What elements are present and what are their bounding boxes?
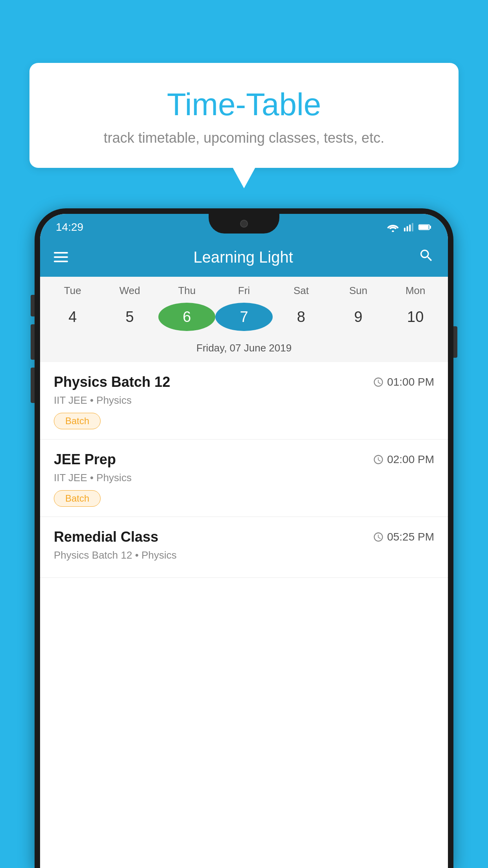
status-icons — [387, 223, 432, 232]
day-label-sat[interactable]: Sat — [273, 285, 330, 297]
calendar-date-6-today[interactable]: 6 — [158, 303, 215, 331]
day-numbers-row: 4 5 6 7 8 9 10 — [40, 301, 448, 339]
schedule-item-3-time: 05:25 PM — [373, 531, 434, 543]
status-time: 14:29 — [56, 221, 83, 234]
signal-icon — [403, 223, 414, 232]
wifi-icon — [387, 223, 399, 232]
svg-rect-4 — [412, 223, 413, 231]
schedule-item-2-time: 02:00 PM — [373, 453, 434, 466]
schedule-item-3-subtitle: Physics Batch 12 • Physics — [54, 549, 434, 561]
clock-icon-3 — [373, 531, 384, 542]
day-label-wed[interactable]: Wed — [101, 285, 158, 297]
calendar-date-8[interactable]: 8 — [273, 303, 330, 331]
hamburger-line-1 — [54, 252, 68, 254]
calendar-date-7-selected[interactable]: 7 — [215, 303, 272, 331]
volume-up-button — [31, 295, 35, 316]
schedule-item-1-header: Physics Batch 12 01:00 PM — [54, 374, 434, 390]
svg-rect-1 — [404, 228, 405, 231]
schedule-list: Physics Batch 12 01:00 PM IIT JEE • Phys… — [40, 362, 448, 578]
clock-icon-1 — [373, 377, 384, 388]
phone-frame: 14:29 — [35, 208, 453, 868]
phone-notch — [209, 214, 279, 234]
time-value-2: 02:00 PM — [387, 453, 434, 466]
batch-tag-1: Batch — [54, 413, 101, 429]
app-bar: Learning Light — [40, 237, 448, 277]
schedule-item-1-time: 01:00 PM — [373, 376, 434, 388]
batch-tag-2: Batch — [54, 490, 101, 507]
speech-bubble: Time-Table track timetable, upcoming cla… — [29, 63, 459, 168]
silent-button — [31, 368, 35, 403]
schedule-item-2[interactable]: JEE Prep 02:00 PM IIT JEE • Physics Batc… — [40, 440, 448, 517]
calendar-header: Tue Wed Thu Fri Sat Sun Mon 4 5 6 7 8 9 … — [40, 277, 448, 362]
time-value-1: 01:00 PM — [387, 376, 434, 388]
day-label-fri[interactable]: Fri — [215, 285, 272, 297]
calendar-date-10[interactable]: 10 — [387, 303, 444, 331]
schedule-item-1[interactable]: Physics Batch 12 01:00 PM IIT JEE • Phys… — [40, 362, 448, 440]
bubble-title: Time-Table — [49, 86, 439, 123]
selected-date-label: Friday, 07 June 2019 — [40, 339, 448, 362]
battery-icon — [418, 223, 432, 231]
bubble-subtitle: track timetable, upcoming classes, tests… — [49, 130, 439, 146]
day-label-thu[interactable]: Thu — [158, 285, 215, 297]
phone-screen: 14:29 — [40, 214, 448, 868]
hamburger-menu-button[interactable] — [54, 252, 68, 262]
svg-rect-7 — [419, 225, 429, 229]
calendar-date-4[interactable]: 4 — [44, 303, 101, 331]
schedule-item-2-header: JEE Prep 02:00 PM — [54, 451, 434, 468]
svg-rect-3 — [409, 224, 411, 231]
schedule-item-3-title: Remedial Class — [54, 529, 158, 545]
svg-rect-6 — [429, 226, 431, 229]
clock-icon-2 — [373, 454, 384, 465]
svg-rect-2 — [407, 226, 408, 231]
speech-bubble-container: Time-Table track timetable, upcoming cla… — [29, 63, 459, 168]
schedule-item-2-subtitle: IIT JEE • Physics — [54, 472, 434, 484]
volume-down-button — [31, 324, 35, 360]
svg-point-0 — [392, 230, 394, 232]
calendar-date-5[interactable]: 5 — [101, 303, 158, 331]
schedule-item-1-title: Physics Batch 12 — [54, 374, 170, 390]
hamburger-line-2 — [54, 256, 68, 258]
schedule-item-2-title: JEE Prep — [54, 451, 116, 468]
power-button — [453, 326, 457, 358]
schedule-item-1-subtitle: IIT JEE • Physics — [54, 394, 434, 406]
day-label-mon[interactable]: Mon — [387, 285, 444, 297]
hamburger-line-3 — [54, 261, 68, 262]
schedule-item-3-header: Remedial Class 05:25 PM — [54, 529, 434, 545]
time-value-3: 05:25 PM — [387, 531, 434, 543]
calendar-date-9[interactable]: 9 — [330, 303, 387, 331]
app-title: Learning Light — [80, 248, 407, 266]
day-labels-row: Tue Wed Thu Fri Sat Sun Mon — [40, 285, 448, 301]
front-camera — [240, 220, 248, 228]
search-icon[interactable] — [418, 248, 434, 267]
day-label-sun[interactable]: Sun — [330, 285, 387, 297]
day-label-tue[interactable]: Tue — [44, 285, 101, 297]
schedule-item-3[interactable]: Remedial Class 05:25 PM Physics Batch 12… — [40, 517, 448, 578]
